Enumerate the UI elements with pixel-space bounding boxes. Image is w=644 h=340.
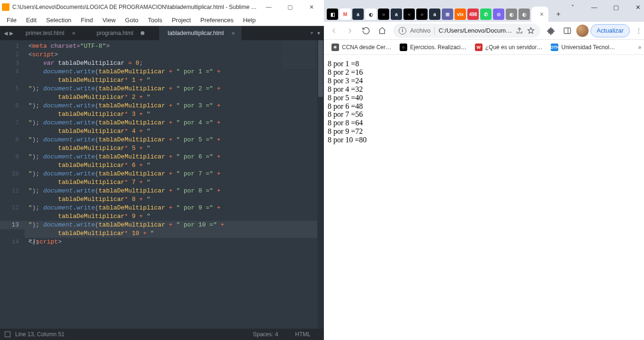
- pinned-ext-icon[interactable]: ○: [403, 9, 415, 20]
- panel-toggle-icon[interactable]: [5, 331, 10, 337]
- minimap[interactable]: [282, 41, 315, 70]
- tab-primer-test[interactable]: primer.test.html ×: [17, 26, 88, 40]
- pinned-ext-icon[interactable]: ◐: [506, 9, 517, 20]
- tab-close-icon[interactable]: ×: [72, 30, 76, 37]
- bookmark-item[interactable]: OTHUniversidad Tecnol…: [547, 42, 618, 53]
- pinned-ext-icon[interactable]: a: [352, 9, 364, 20]
- pinned-ext-icon[interactable]: ◐: [519, 9, 530, 20]
- pinned-ext-icon[interactable]: a: [391, 9, 402, 20]
- sublime-titlebar[interactable]: C:\Users\Lenovo\Documents\LOGICA DE PROG…: [0, 0, 324, 14]
- tab-label: tablademultiplicar.html: [168, 30, 224, 36]
- tab-programa[interactable]: programa.html: [88, 26, 159, 40]
- profile-avatar[interactable]: [576, 25, 589, 37]
- output-line: 8 por 1 =8: [328, 60, 644, 68]
- close-button[interactable]: ✕: [301, 0, 322, 14]
- chrome-window: ˅ — ▢ ✕ ◧Ma◐○a○○a⊞vix498✆⊙◐◐×+ i Archivo…: [324, 0, 644, 340]
- bookmark-item[interactable]: ✳CCNA desde Cer…: [328, 42, 395, 53]
- menu-edit[interactable]: Edit: [21, 15, 41, 25]
- bookmarks-overflow[interactable]: »: [634, 44, 644, 51]
- pinned-ext-icon[interactable]: ◧: [327, 9, 338, 20]
- chrome-chevron-icon[interactable]: ˅: [562, 0, 583, 14]
- menu-find[interactable]: Find: [76, 15, 98, 25]
- sublime-tabbar: ◀▶ primer.test.html × programa.html tabl…: [0, 26, 324, 40]
- menu-file[interactable]: File: [2, 15, 21, 25]
- pinned-ext-icon[interactable]: a: [429, 9, 440, 20]
- active-tab[interactable]: ×: [531, 7, 548, 22]
- bookmark-favicon: ○: [400, 44, 407, 51]
- menu-tools[interactable]: Tools: [143, 15, 167, 25]
- sublime-window-controls: — ▢ ✕: [258, 0, 322, 14]
- output-line: 8 por 9 =72: [328, 127, 644, 136]
- indent-setting[interactable]: Spaces: 4: [244, 331, 286, 338]
- tab-close-icon[interactable]: ×: [232, 30, 235, 37]
- extensions-button[interactable]: [544, 24, 558, 38]
- minimize-button[interactable]: —: [583, 0, 605, 14]
- sublime-menubar: File Edit Selection Find View Goto Tools…: [0, 14, 324, 26]
- star-icon[interactable]: [527, 27, 535, 35]
- bookmark-favicon: ✳: [331, 44, 339, 51]
- bookmark-item[interactable]: ○Ejercicios. Realizaci…: [396, 42, 470, 53]
- pinned-ext-icon[interactable]: ◐: [365, 9, 376, 20]
- page-content: 8 por 1 =88 por 2 =168 por 3 =248 por 4 …: [324, 55, 644, 340]
- syntax-setting[interactable]: HTML: [286, 331, 319, 338]
- share-icon[interactable]: [516, 27, 523, 35]
- maximize-button[interactable]: ▢: [605, 0, 627, 14]
- bookmark-favicon: W: [475, 44, 483, 51]
- bookmark-item[interactable]: W¿Qué es un servidor…: [471, 42, 546, 53]
- output-line: 8 por 4 =32: [328, 85, 644, 94]
- chrome-menu-button[interactable]: ⋮: [632, 24, 644, 38]
- output-line: 8 por 7 =56: [328, 110, 644, 119]
- bookmark-label: CCNA desde Cer…: [342, 44, 391, 51]
- pinned-ext-icon[interactable]: ○: [378, 9, 389, 20]
- tab-label: programa.html: [97, 30, 133, 36]
- sidepanel-button[interactable]: [560, 24, 574, 38]
- menu-view[interactable]: View: [98, 15, 120, 25]
- close-button[interactable]: ✕: [627, 0, 644, 14]
- addr-url: C:/Users/Lenovo/Docum…: [438, 27, 512, 34]
- menu-project[interactable]: Project: [167, 15, 196, 25]
- forward-button[interactable]: [343, 24, 357, 38]
- chrome-window-controls: ˅ — ▢ ✕: [562, 0, 644, 14]
- scrollbar[interactable]: [317, 40, 324, 329]
- home-button[interactable]: [375, 24, 389, 38]
- sublime-statusbar: Line 13, Column 51 Spaces: 4 HTML: [0, 329, 324, 340]
- pinned-ext-icon[interactable]: vix: [455, 9, 466, 20]
- minimize-button[interactable]: —: [258, 0, 279, 14]
- separator: [434, 26, 435, 35]
- cursor-position: Line 13, Column 51: [15, 331, 64, 338]
- tab-history-nav[interactable]: ◀▶: [0, 26, 17, 40]
- bookmark-favicon: OTH: [551, 44, 558, 51]
- tab-tablademultiplicar[interactable]: tablademultiplicar.html ×: [159, 26, 242, 40]
- pinned-ext-icon[interactable]: ✆: [480, 9, 492, 20]
- pinned-ext-icon[interactable]: ⊞: [442, 9, 453, 20]
- output-line: 8 por 5 =40: [328, 94, 644, 102]
- menu-help[interactable]: Help: [238, 15, 260, 25]
- dirty-indicator-icon: [141, 31, 144, 35]
- menu-selection[interactable]: Selection: [41, 15, 76, 25]
- chrome-titlebar[interactable]: ˅ — ▢ ✕: [324, 0, 644, 5]
- bookmark-label: Universidad Tecnol…: [561, 44, 615, 51]
- pinned-ext-icon[interactable]: M: [340, 9, 351, 20]
- menu-preferences[interactable]: Preferences: [196, 15, 238, 25]
- pinned-ext-icon[interactable]: 498: [467, 9, 479, 20]
- address-bar[interactable]: i Archivo C:/Users/Lenovo/Docum…: [393, 24, 540, 38]
- site-info-icon[interactable]: i: [399, 27, 406, 35]
- code-area[interactable]: <meta charset="UTF-8"><script> var tabla…: [25, 40, 324, 329]
- update-button[interactable]: Actualizar: [590, 24, 630, 37]
- scroll-thumb[interactable]: [318, 40, 323, 97]
- menu-goto[interactable]: Goto: [120, 15, 143, 25]
- chrome-toolbar: i Archivo C:/Users/Lenovo/Docum… Actuali…: [324, 22, 644, 40]
- tab-close-icon[interactable]: ×: [540, 10, 544, 18]
- svg-rect-0: [564, 28, 571, 34]
- output-line: 8 por 3 =24: [328, 77, 644, 85]
- pinned-ext-icon[interactable]: ○: [416, 9, 428, 20]
- gutter[interactable]: 1234567891011121314: [0, 40, 25, 329]
- back-button[interactable]: [327, 24, 341, 38]
- reload-button[interactable]: [359, 24, 373, 38]
- pinned-ext-icon[interactable]: ⊙: [493, 9, 504, 20]
- sublime-title: C:\Users\Lenovo\Documents\LOGICA DE PROG…: [12, 4, 258, 10]
- maximize-button[interactable]: ▢: [279, 0, 301, 14]
- sublime-app-icon: [2, 3, 9, 11]
- sublime-editor[interactable]: 1234567891011121314 <meta charset="UTF-8…: [0, 40, 324, 329]
- tab-overflow[interactable]: +▾: [306, 26, 324, 40]
